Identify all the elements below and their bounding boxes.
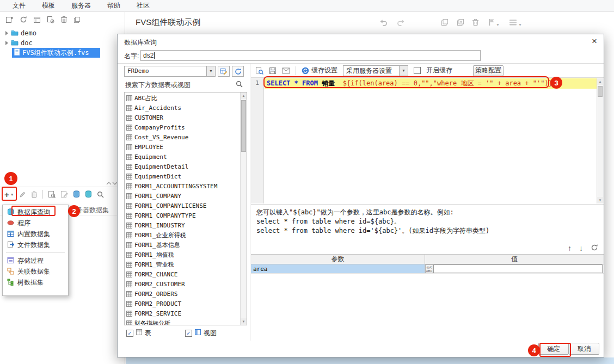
expand-arrow-icon[interactable] (5, 41, 8, 45)
table-list-item[interactable]: EMPLOYEE (125, 142, 240, 152)
panel-splitter[interactable] (0, 180, 125, 187)
copy-icon[interactable] (73, 16, 81, 23)
name-input[interactable]: ds2 (140, 50, 481, 61)
tree-folder-item[interactable]: doc (0, 38, 125, 48)
table-list-item[interactable]: FORM1_COMPANY (125, 191, 240, 201)
preview-dataset-icon[interactable] (48, 190, 56, 198)
undo-icon[interactable] (378, 18, 388, 28)
tree-folder-item[interactable]: demo (0, 28, 125, 38)
sql-scrollbar[interactable]: ▲ ▼ (597, 78, 604, 203)
dataset-type-icon (7, 219, 15, 227)
connection-select[interactable]: FRDemo ▼ (124, 66, 216, 77)
dataset-menu-item[interactable]: 文件数据集 (3, 239, 68, 250)
sql-code-line[interactable]: SELECT * FROM 销量 ${if(len(area) == 0,"",… (265, 78, 597, 89)
table-list-item[interactable]: FORM1_COMPANYTYPE (125, 211, 240, 220)
scroll-up-icon[interactable]: ▲ (241, 92, 247, 99)
table-list-item[interactable]: FORM2_SERVICE (125, 309, 240, 318)
delete-dataset-icon[interactable] (31, 191, 38, 198)
refresh-connection-button[interactable] (232, 66, 244, 77)
table-list-item[interactable]: FORM1_INDUSTRY (125, 220, 240, 230)
scroll-down-icon[interactable]: ▼ (597, 197, 603, 203)
table-list-item[interactable]: FORM2_ORDERS (125, 289, 240, 299)
cache-mode-select[interactable]: 采用服务器设置 ▼ (343, 65, 408, 76)
tree-file-selected[interactable]: FVS组件联动示例.fvs (12, 48, 100, 58)
table-list-item[interactable]: 财务指标分析 (125, 318, 240, 325)
table-search-input[interactable]: 搜索下方数据表或视图 (124, 79, 247, 90)
scrollbar-thumb[interactable] (241, 100, 246, 152)
table-list-item[interactable]: FORM2_PRODUCT (125, 299, 240, 309)
server-database-icon[interactable] (85, 190, 92, 198)
edit-connection-button[interactable] (218, 66, 230, 77)
table-list-item[interactable]: FORM1_基本信息 (125, 240, 240, 250)
template-settings-icon[interactable] (47, 16, 54, 23)
table-list-item[interactable]: FORM2_CHANCE (125, 269, 240, 279)
dataset-type-icon (7, 208, 15, 216)
param-name-cell[interactable]: area (251, 264, 425, 273)
table-list-item[interactable]: EquipmentDict (125, 171, 240, 181)
move-down-icon[interactable]: ↓ (579, 244, 583, 252)
param-value-input[interactable] (433, 264, 603, 273)
menu-item[interactable]: 帮助 (99, 0, 128, 11)
menu-item[interactable]: 服务器 (63, 0, 99, 11)
dataset-type-icon (7, 241, 15, 249)
table-list-item[interactable]: Equipment (125, 152, 240, 162)
sql-editor[interactable]: 1 SELECT * FROM 销量 ${if(len(area) == 0,"… (251, 78, 604, 203)
dataset-menu-item[interactable]: 程序 (3, 218, 68, 229)
table-checkbox[interactable]: ✓ (126, 330, 133, 337)
scroll-up-icon[interactable]: ▲ (597, 78, 603, 85)
menu-item[interactable]: 社区 (128, 0, 158, 11)
value-type-icon[interactable]: 公式ABC (425, 264, 433, 273)
dataset-menu-item[interactable]: 关联数据集 (3, 266, 68, 277)
new-template-icon[interactable] (5, 16, 14, 23)
menu-item[interactable]: 模板 (34, 0, 63, 11)
enable-cache-checkbox[interactable] (414, 67, 421, 74)
paste-component-icon[interactable] (457, 18, 464, 28)
preview-sql-icon[interactable] (255, 66, 263, 75)
dataset-menu-item[interactable]: 存储过程 (3, 255, 68, 266)
expand-arrow-icon[interactable] (5, 31, 8, 35)
layers-dropdown-icon[interactable]: ▼ (509, 18, 522, 28)
add-dataset-button[interactable]: +▼ (4, 190, 14, 199)
dataset-menu-item[interactable]: 数据库查询 (3, 207, 68, 218)
dataset-menu-item[interactable]: 内置数据集 (3, 229, 68, 239)
table-list-item[interactable]: FORM1_增值税 (125, 250, 240, 260)
edit-dataset-icon[interactable] (19, 191, 26, 198)
table-list-item[interactable]: CompanyProfits (125, 122, 240, 132)
view-checkbox[interactable]: ✓ (185, 330, 192, 337)
delete-icon[interactable] (60, 16, 67, 23)
close-icon[interactable]: × (592, 36, 597, 47)
scrollbar-thumb[interactable] (598, 86, 603, 97)
table-list: ABC占比 Air_Accidents CUSTOMER CompanyProf… (124, 92, 247, 325)
scroll-down-icon[interactable]: ▼ (241, 318, 247, 325)
refresh-params-icon[interactable] (591, 244, 598, 253)
ok-button[interactable]: 确定 (538, 343, 569, 355)
table-list-item[interactable]: CUSTOMER (125, 113, 240, 122)
table-list-item[interactable]: Cost_VS_Revenue (125, 132, 240, 142)
table-list-item[interactable]: Air_Accidents (125, 103, 240, 113)
table-list-item[interactable]: FORM2_CUSTOMER (125, 279, 240, 289)
cache-settings-button[interactable]: 缓存设置 (302, 66, 337, 75)
search-dataset-icon[interactable] (97, 191, 104, 198)
delete-component-icon[interactable] (472, 18, 479, 28)
table-list-item[interactable]: ABC占比 (125, 93, 240, 103)
redo-icon[interactable] (397, 18, 406, 28)
preview-icon[interactable] (33, 16, 41, 23)
strategy-config-button[interactable]: 策略配置 (473, 65, 504, 76)
copy-component-icon[interactable] (441, 18, 449, 28)
save-sql-icon[interactable] (269, 67, 277, 75)
table-list-item[interactable]: EquipmentDetail (125, 162, 240, 171)
rename-dataset-icon[interactable] (60, 190, 68, 198)
database-connection-icon[interactable] (73, 190, 80, 198)
cancel-button[interactable]: 取消 (569, 343, 599, 355)
table-list-item[interactable]: FORM1_ACCOUNTTINGSYSTEM (125, 181, 240, 191)
flag-dropdown-icon[interactable]: ▼ (488, 18, 500, 28)
table-list-item[interactable]: FORM1_企业所得税 (125, 230, 240, 240)
dataset-menu-item[interactable]: 树数据集 (3, 277, 68, 288)
menu-item[interactable]: 文件 (4, 0, 34, 11)
table-list-scrollbar[interactable]: ▲ ▼ (240, 92, 247, 325)
import-sql-icon[interactable] (282, 67, 290, 74)
table-list-item[interactable]: FORM1_营业税 (125, 260, 240, 269)
move-up-icon[interactable]: ↑ (568, 244, 572, 252)
refresh-icon[interactable] (20, 16, 27, 23)
table-list-item[interactable]: FORM1_COMPANYLICENSE (125, 201, 240, 211)
